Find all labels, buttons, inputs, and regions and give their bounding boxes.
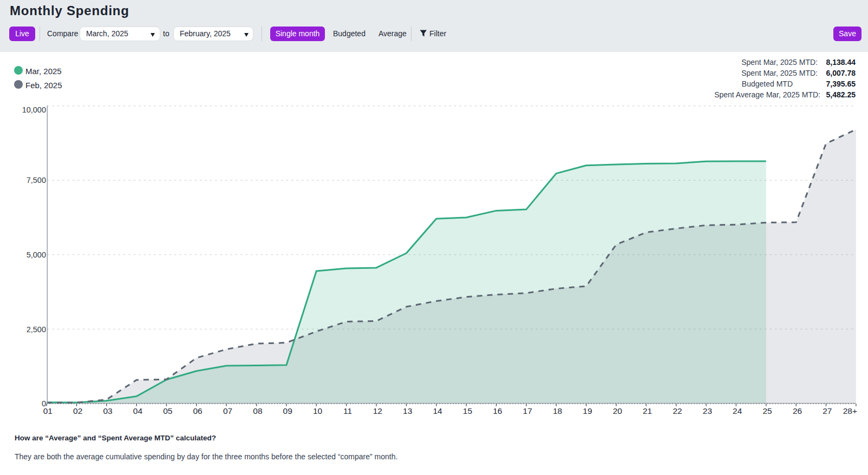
svg-text:19: 19 [583, 406, 592, 415]
svg-text:01: 01 [43, 406, 53, 415]
svg-text:25: 25 [762, 406, 772, 415]
svg-text:7,500: 7,500 [27, 176, 46, 184]
svg-text:27: 27 [823, 406, 832, 415]
svg-text:24: 24 [733, 406, 742, 415]
svg-text:21: 21 [643, 406, 652, 415]
svg-text:04: 04 [133, 406, 143, 415]
svg-text:02: 02 [73, 406, 82, 415]
svg-text:5,000: 5,000 [27, 250, 46, 259]
svg-text:03: 03 [103, 406, 112, 415]
svg-text:14: 14 [433, 406, 442, 415]
svg-text:09: 09 [283, 406, 292, 415]
svg-text:13: 13 [403, 406, 412, 415]
svg-text:17: 17 [523, 406, 532, 415]
svg-text:05: 05 [163, 406, 172, 415]
svg-text:10: 10 [313, 406, 323, 415]
svg-text:28+: 28+ [843, 406, 857, 415]
svg-text:06: 06 [193, 406, 202, 415]
svg-text:12: 12 [373, 406, 382, 415]
svg-text:16: 16 [493, 406, 502, 415]
svg-text:15: 15 [463, 406, 472, 415]
svg-text:26: 26 [793, 406, 802, 415]
svg-text:23: 23 [703, 406, 712, 415]
svg-text:07: 07 [223, 406, 232, 415]
svg-text:18: 18 [553, 406, 562, 415]
svg-text:2,500: 2,500 [27, 325, 46, 334]
svg-text:08: 08 [253, 406, 262, 415]
svg-text:22: 22 [673, 406, 682, 415]
svg-text:10,000: 10,000 [22, 105, 46, 114]
svg-text:11: 11 [343, 406, 352, 415]
svg-text:20: 20 [613, 406, 623, 415]
